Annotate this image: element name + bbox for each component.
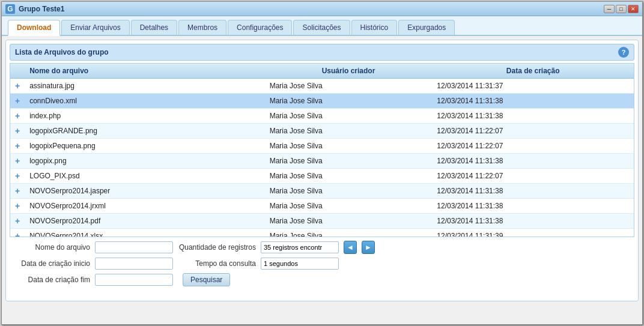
row-filename: NOVOSerpro2014.jasper [25, 184, 264, 199]
footer-row-2: Data de criação inicio Tempo da consulta [12, 258, 632, 270]
tab-solicitacoes[interactable]: Solicitações [293, 20, 350, 35]
close-button[interactable]: ✕ [628, 5, 639, 13]
tempo-area: Tempo da consulta [178, 258, 632, 270]
help-button[interactable]: ? [618, 47, 629, 58]
row-filename: assinatura.jpg [25, 79, 264, 94]
row-username: Maria Jose Silva [265, 124, 433, 139]
section-header: Lista de Arquivos do grupo ? [10, 44, 634, 61]
row-filename: LOGO_PIX.psd [25, 169, 264, 184]
table-row: +NOVOSerpro2014.jrxmlMaria Jose Silva12/… [10, 199, 634, 214]
tempo-label: Tempo da consulta [178, 259, 256, 268]
pesquisar-button[interactable]: Pesquisar [183, 273, 230, 286]
file-table-container: Nome do arquivo Usuário criador Data de … [10, 63, 634, 237]
row-expand-button[interactable]: + [10, 154, 25, 169]
data-fim-label: Data de criação fim [12, 276, 90, 284]
table-row: +NOVOSerpro2014.jasperMaria Jose Silva12… [10, 184, 634, 199]
row-date: 12/03/2014 11:31:38 [432, 109, 634, 124]
row-expand-button[interactable]: + [10, 94, 25, 109]
row-username: Maria Jose Silva [265, 139, 433, 154]
title-bar: G Grupo Teste1 ─ □ ✕ [2, 2, 642, 16]
table-row: +NOVOSerpro2014.pdfMaria Jose Silva12/03… [10, 214, 634, 229]
tab-detalhes[interactable]: Detalhes [131, 20, 177, 35]
row-date: 12/03/2014 11:31:38 [432, 214, 634, 229]
row-filename: NOVOSerpro2014.pdf [25, 214, 264, 229]
quantidade-input[interactable] [261, 241, 339, 253]
tab-bar: Download Enviar Arquivos Detalhes Membro… [2, 16, 642, 36]
nome-label: Nome do arquivo [12, 243, 90, 252]
footer-area: Nome do arquivo Quantidade de registros … [10, 237, 634, 286]
col-plus-header [10, 64, 25, 79]
row-filename: logopixPequena.png [25, 139, 264, 154]
row-filename: logopix.png [25, 154, 264, 169]
row-filename: index.php [25, 109, 264, 124]
row-username: Maria Jose Silva [265, 214, 433, 229]
tab-expurgados[interactable]: Expurgados [398, 20, 455, 35]
row-expand-button[interactable]: + [10, 109, 25, 124]
tab-historico[interactable]: Histórico [351, 20, 398, 35]
row-date: 12/03/2014 11:31:38 [432, 154, 634, 169]
row-username: Maria Jose Silva [265, 154, 433, 169]
nome-input[interactable] [95, 241, 173, 253]
table-header-row: Nome do arquivo Usuário criador Data de … [10, 64, 634, 79]
table-row: +logopix.pngMaria Jose Silva12/03/2014 1… [10, 154, 634, 169]
row-date: 12/03/2014 11:31:38 [432, 184, 634, 199]
tab-membros[interactable]: Membros [178, 20, 226, 35]
row-date: 12/03/2014 11:31:38 [432, 94, 634, 109]
section-title-text: Lista de Arquivos do grupo [15, 48, 109, 56]
table-body: +assinatura.jpgMaria Jose Silva12/03/201… [10, 79, 634, 237]
row-date: 12/03/2014 11:31:39 [432, 229, 634, 237]
tab-configuracoes[interactable]: Configurações [228, 20, 292, 35]
window-controls: ─ □ ✕ [604, 5, 639, 13]
col-name-header: Nome do arquivo [25, 64, 264, 79]
row-expand-button[interactable]: + [10, 79, 25, 94]
table-row: +LOGO_PIX.psdMaria Jose Silva12/03/2014 … [10, 169, 634, 184]
prev-page-button[interactable]: ◄ [344, 241, 357, 254]
next-page-button[interactable]: ► [362, 241, 375, 254]
quantidade-area: Quantidade de registros ◄ ► [178, 241, 632, 254]
row-expand-button[interactable]: + [10, 124, 25, 139]
row-username: Maria Jose Silva [265, 94, 433, 109]
minimize-button[interactable]: ─ [604, 5, 615, 13]
row-filename: logopixGRANDE.png [25, 124, 264, 139]
table-row: +logopixPequena.pngMaria Jose Silva12/03… [10, 139, 634, 154]
row-username: Maria Jose Silva [265, 199, 433, 214]
row-username: Maria Jose Silva [265, 109, 433, 124]
row-expand-button[interactable]: + [10, 214, 25, 229]
window-title: Grupo Teste1 [19, 5, 604, 13]
row-expand-button[interactable]: + [10, 139, 25, 154]
row-filename: NOVOSerpro2014.xlsx [25, 229, 264, 237]
row-username: Maria Jose Silva [265, 79, 433, 94]
row-filename: NOVOSerpro2014.jrxml [25, 199, 264, 214]
table-row: +NOVOSerpro2014.xlsxMaria Jose Silva12/0… [10, 229, 634, 237]
data-inicio-input[interactable] [95, 258, 173, 270]
table-row: +assinatura.jpgMaria Jose Silva12/03/201… [10, 79, 634, 94]
tab-enviar-arquivos[interactable]: Enviar Arquivos [61, 20, 129, 35]
row-date: 12/03/2014 11:31:37 [432, 79, 634, 94]
tempo-input[interactable] [261, 258, 339, 270]
data-fim-input[interactable] [95, 274, 173, 286]
tab-download[interactable]: Download [8, 20, 60, 36]
row-date: 12/03/2014 11:31:38 [432, 199, 634, 214]
row-expand-button[interactable]: + [10, 229, 25, 237]
maximize-button[interactable]: □ [616, 5, 627, 13]
row-username: Maria Jose Silva [265, 169, 433, 184]
row-date: 12/03/2014 11:22:07 [432, 124, 634, 139]
table-row: +index.phpMaria Jose Silva12/03/2014 11:… [10, 109, 634, 124]
footer-row-3: Data de criação fim Pesquisar [12, 273, 632, 286]
row-expand-button[interactable]: + [10, 199, 25, 214]
row-username: Maria Jose Silva [265, 229, 433, 237]
app-icon: G [5, 4, 15, 14]
row-expand-button[interactable]: + [10, 169, 25, 184]
row-date: 12/03/2014 11:22:07 [432, 139, 634, 154]
row-username: Maria Jose Silva [265, 184, 433, 199]
row-filename: connDiveo.xml [25, 94, 264, 109]
table-row: +connDiveo.xmlMaria Jose Silva12/03/2014… [10, 94, 634, 109]
file-table: Nome do arquivo Usuário criador Data de … [10, 64, 634, 237]
table-row: +logopixGRANDE.pngMaria Jose Silva12/03/… [10, 124, 634, 139]
row-expand-button[interactable]: + [10, 184, 25, 199]
table-scroll[interactable]: Nome do arquivo Usuário criador Data de … [10, 64, 634, 237]
footer-row-1: Nome do arquivo Quantidade de registros … [12, 241, 632, 254]
col-date-header: Data de criação [432, 64, 634, 79]
main-content: Lista de Arquivos do grupo ? Nome do arq… [5, 40, 639, 301]
main-window: G Grupo Teste1 ─ □ ✕ Download Enviar Arq… [1, 1, 643, 325]
